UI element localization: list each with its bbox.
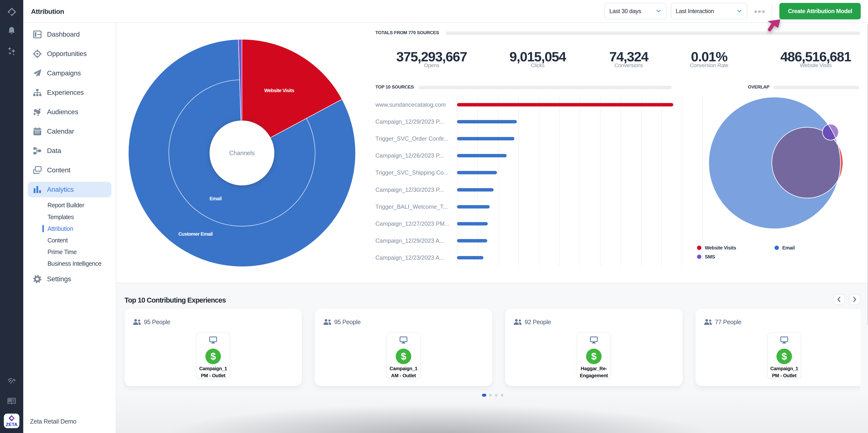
svg-text:Email: Email (210, 196, 222, 201)
svg-text:Website Visits: Website Visits (264, 88, 294, 93)
svg-text:Channels: Channels (229, 150, 255, 156)
svg-text:Customer Email: Customer Email (178, 231, 212, 237)
